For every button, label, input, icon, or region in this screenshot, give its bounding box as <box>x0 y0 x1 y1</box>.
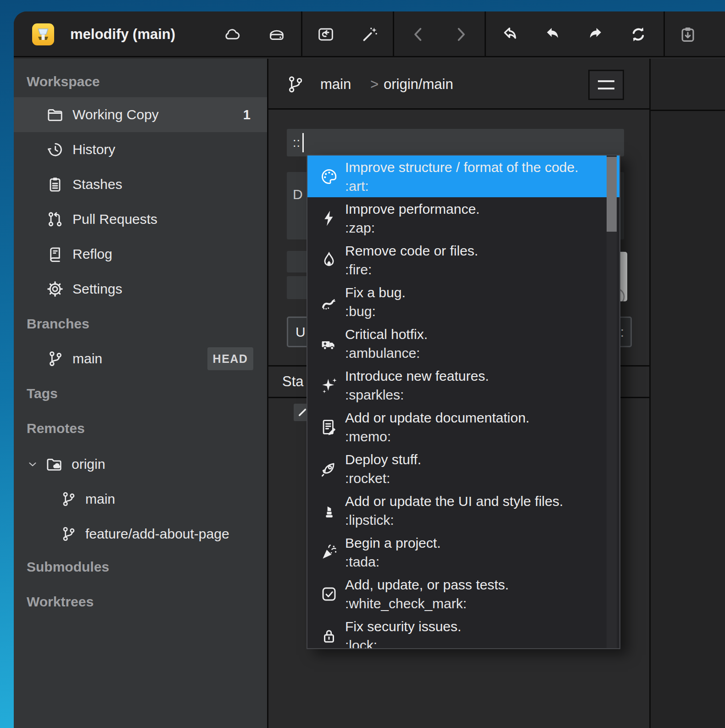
branch-label: main <box>72 351 102 367</box>
dropdown-item-rocket[interactable]: Deploy stuff. :rocket: <box>307 448 619 489</box>
suggestion-label: Add or update documentation. <box>345 408 530 427</box>
suggestion-label: Critical hotfix. <box>345 325 428 344</box>
dropdown-item-tada[interactable]: Begin a project. :tada: <box>307 531 619 573</box>
sidebar-header-workspace: Workspace <box>27 72 100 92</box>
sidebar-item-remote-branch-feature[interactable]: feature/add-about-page <box>14 517 267 551</box>
toolbar-separator <box>664 11 665 56</box>
suggestion-label: Deploy stuff. <box>345 450 421 469</box>
back-icon[interactable] <box>408 24 429 45</box>
panel-header-divider <box>651 110 725 111</box>
dropdown-item-fire[interactable]: Remove code or files. :fire: <box>307 239 619 281</box>
dropdown-item-sparkles[interactable]: Introduce new features. :sparkles: <box>307 364 619 406</box>
bug-icon <box>319 292 339 311</box>
desktop-background: melodify (main) <box>0 0 725 728</box>
sidebar-item-remote-branch-main[interactable]: main <box>14 482 267 517</box>
dropdown-item-zap[interactable]: Improve performance. :zap: <box>307 197 619 239</box>
lock-icon <box>319 626 339 645</box>
branch-icon <box>285 74 305 94</box>
current-branch[interactable]: main <box>320 59 351 110</box>
sidebar-item-settings[interactable]: Settings <box>14 272 267 306</box>
suggestion-label: Improve structure / format of the code. <box>345 158 579 177</box>
suggestion-label: Fix a bug. <box>345 283 406 302</box>
fire-icon <box>319 250 339 270</box>
sidebar-item-reflog[interactable]: Reflog <box>14 237 267 272</box>
titlebar[interactable]: melodify (main) <box>14 11 725 57</box>
sync-icon[interactable] <box>628 24 649 45</box>
drive-icon[interactable] <box>266 24 287 45</box>
text-cursor <box>302 133 304 152</box>
chevron-down-icon[interactable] <box>27 458 39 470</box>
sidebar-item-branch-main[interactable]: main HEAD <box>14 341 267 376</box>
sidebar-header-remotes: Remotes <box>27 418 85 439</box>
commit-summary-input[interactable]: :: <box>287 129 624 156</box>
scrollbar-thumb[interactable] <box>607 157 617 232</box>
dropdown-item-bug[interactable]: Fix a bug. :bug: <box>307 281 619 322</box>
suggestion-code: :art: <box>345 177 579 195</box>
sidebar-item-label: Stashes <box>72 177 122 192</box>
branch-icon <box>60 525 77 543</box>
sidebar-header-submodules: Submodules <box>27 557 109 577</box>
party-popper-icon <box>319 543 339 562</box>
fetch-arrow-icon[interactable] <box>500 24 521 45</box>
button-label-left-fragment: U <box>296 324 306 340</box>
dropdown-scrollbar[interactable] <box>607 156 617 648</box>
suggestion-label: Fix security issues. <box>345 617 461 636</box>
palette-icon <box>319 167 339 186</box>
suggestion-code: :white_check_mark: <box>345 594 509 613</box>
button-label-right-fragment: : <box>620 324 624 340</box>
upstream-branch[interactable]: origin/main <box>384 59 453 110</box>
pull-request-icon <box>46 210 64 228</box>
pull-arrow-icon[interactable] <box>542 24 563 45</box>
rocket-icon <box>319 459 339 478</box>
suggestion-code: :ambulance: <box>345 344 428 362</box>
dropdown-item-art[interactable]: Improve structure / format of the code. … <box>307 156 619 197</box>
toolbar-separator <box>301 11 302 56</box>
sidebar-item-stashes[interactable]: Stashes <box>14 167 267 202</box>
sidebar-header-worktrees: Worktrees <box>27 592 94 612</box>
sidebar-item-remote-origin[interactable]: origin <box>14 447 267 482</box>
suggestion-label: Add, update, or pass tests. <box>345 575 509 594</box>
sparkles-icon <box>319 376 339 395</box>
magic-wand-icon[interactable] <box>359 24 380 45</box>
folder-return-icon[interactable] <box>315 24 336 45</box>
dropdown-item-ambulance[interactable]: Critical hotfix. :ambulance: <box>307 322 619 364</box>
sidebar-item-working-copy[interactable]: Working Copy 1 <box>14 97 267 132</box>
cloud-icon[interactable] <box>221 24 242 45</box>
zap-icon <box>319 209 339 228</box>
history-clock-icon <box>46 140 64 159</box>
suggestion-code: :tada: <box>345 552 441 571</box>
suggestion-label: Introduce new features. <box>345 367 489 385</box>
description-fragment: D <box>293 187 303 202</box>
breadcrumb-chevron: > <box>370 59 379 110</box>
dropdown-item-lock[interactable]: Fix security issues. :lock: <box>307 615 619 649</box>
sidebar-item-label: Settings <box>72 281 122 297</box>
gear-icon <box>46 280 64 298</box>
detail-panel <box>651 59 725 728</box>
remote-label: origin <box>72 456 105 472</box>
sidebar-item-pull-requests[interactable]: Pull Requests <box>14 202 267 237</box>
sidebar-item-label: Working Copy <box>72 107 159 122</box>
suggestion-code: :fire: <box>345 260 478 279</box>
stash-clipboard-icon[interactable] <box>677 24 698 45</box>
toolbar-separator <box>485 11 486 56</box>
lipstick-icon <box>319 501 339 520</box>
suggestion-code: :rocket: <box>345 469 421 488</box>
dropdown-item-memo[interactable]: Add or update documentation. :memo: <box>307 406 619 448</box>
menu-button[interactable] <box>588 70 624 100</box>
sidebar-item-history[interactable]: History <box>14 132 267 167</box>
dropdown-item-white-check-mark[interactable]: Add, update, or pass tests. :white_check… <box>307 573 619 615</box>
app-icon <box>32 23 54 45</box>
push-arrow-icon[interactable] <box>585 24 606 45</box>
working-copy-count: 1 <box>243 107 251 122</box>
branch-icon <box>46 350 64 368</box>
ambulance-icon <box>319 334 339 353</box>
dropdown-item-lipstick[interactable]: Add or update the UI and style files. :l… <box>307 489 619 531</box>
sidebar-header-tags: Tags <box>27 383 58 404</box>
suggestion-code: :sparkles: <box>345 385 489 404</box>
staged-section-header: Sta <box>282 367 304 396</box>
sidebar-item-label: Reflog <box>72 246 112 262</box>
book-icon <box>46 245 64 263</box>
head-badge: HEAD <box>207 347 253 370</box>
forward-icon[interactable] <box>450 24 471 45</box>
suggestion-label: Add or update the UI and style files. <box>345 492 563 511</box>
